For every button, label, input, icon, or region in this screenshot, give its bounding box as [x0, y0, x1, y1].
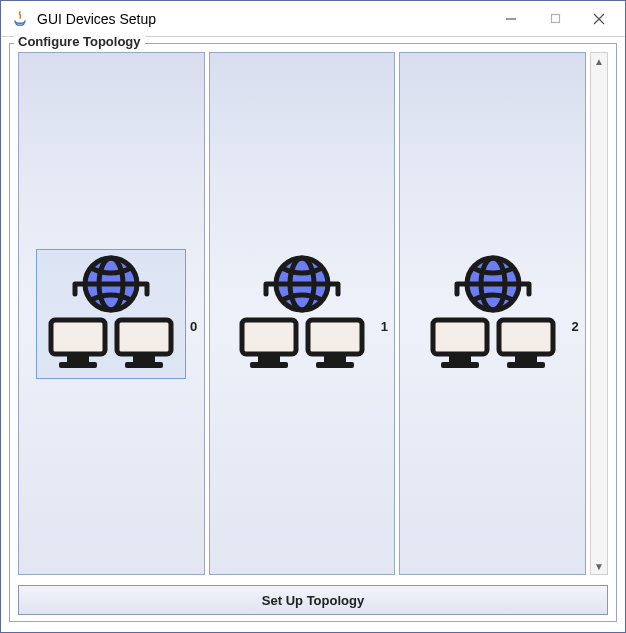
svg-rect-28 [499, 320, 553, 354]
svg-rect-8 [67, 354, 89, 362]
scroll-down-icon[interactable]: ▼ [591, 558, 607, 574]
topology-cell[interactable]: 0 [18, 52, 205, 575]
topology-cell[interactable]: 2 [399, 52, 586, 575]
svg-rect-10 [117, 320, 171, 354]
svg-rect-25 [433, 320, 487, 354]
configure-topology-group: Configure Topology [9, 43, 617, 622]
svg-rect-30 [507, 362, 545, 368]
minimize-button[interactable] [489, 4, 533, 34]
vertical-scrollbar[interactable]: ▲ ▼ [590, 52, 608, 575]
svg-rect-16 [242, 320, 296, 354]
node-label: 0 [190, 319, 197, 334]
svg-rect-20 [324, 354, 346, 362]
svg-rect-19 [308, 320, 362, 354]
svg-rect-9 [59, 362, 97, 368]
svg-rect-12 [125, 362, 163, 368]
topology-node[interactable]: 0 [36, 249, 186, 379]
button-row: Set Up Topology [10, 581, 616, 621]
titlebar: GUI Devices Setup [1, 1, 625, 37]
app-window: GUI Devices Setup Configure Topology [0, 0, 626, 633]
svg-rect-17 [258, 354, 280, 362]
svg-rect-27 [441, 362, 479, 368]
topology-node[interactable]: 2 [419, 250, 567, 378]
node-label: 2 [571, 319, 578, 334]
svg-rect-29 [515, 354, 537, 362]
topology-cell[interactable]: 1 [209, 52, 396, 575]
topology-node[interactable]: 1 [228, 250, 376, 378]
set-up-topology-button[interactable]: Set Up Topology [18, 585, 608, 615]
svg-rect-1 [551, 15, 559, 23]
window-controls [489, 1, 621, 36]
network-icon [232, 254, 372, 374]
maximize-button[interactable] [533, 4, 577, 34]
client-area: Configure Topology [1, 37, 625, 632]
svg-rect-18 [250, 362, 288, 368]
java-icon [11, 10, 29, 28]
network-icon [41, 254, 181, 374]
svg-rect-26 [449, 354, 471, 362]
svg-rect-11 [133, 354, 155, 362]
topology-row: 0 [10, 44, 616, 581]
network-icon [423, 254, 563, 374]
close-button[interactable] [577, 4, 621, 34]
svg-rect-21 [316, 362, 354, 368]
window-title: GUI Devices Setup [37, 11, 489, 27]
node-label: 1 [381, 319, 388, 334]
svg-rect-7 [51, 320, 105, 354]
scroll-up-icon[interactable]: ▲ [591, 53, 607, 69]
